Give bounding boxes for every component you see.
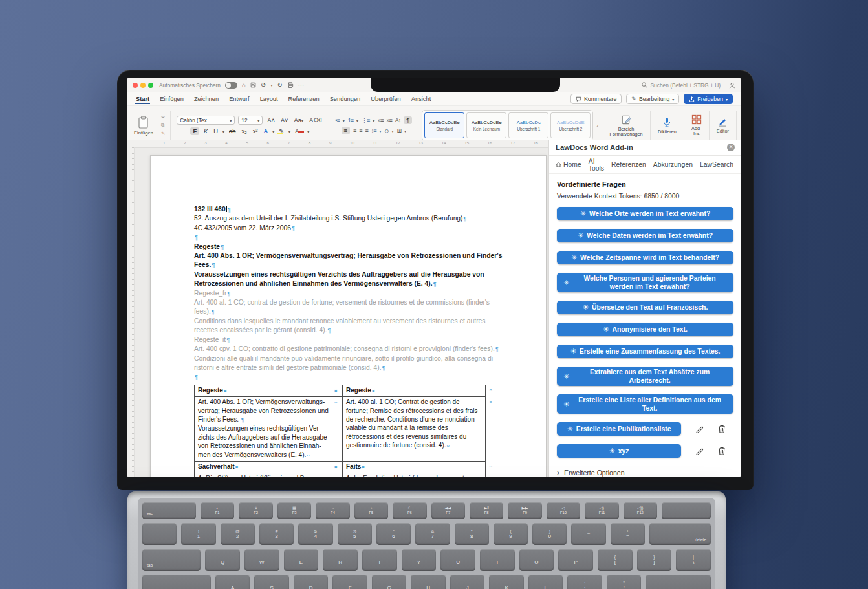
table-cell-left[interactable]: Regeste¤ <box>195 385 332 396</box>
multilevel-list-icon[interactable]: ⋮≡ <box>362 117 369 123</box>
advanced-options-toggle[interactable]: › Erweiterte Optionen <box>557 469 733 477</box>
ribbon-tab[interactable]: Referenzen <box>288 94 320 104</box>
keyboard-key[interactable]: {[ <box>598 549 633 571</box>
sort-icon[interactable]: A↕ <box>395 117 401 123</box>
keyboard-key[interactable]: #3 <box>259 523 294 545</box>
keyboard-key[interactable]: ⌕F4 <box>316 502 349 519</box>
preset-question-button[interactable]: ✳Erstelle eine Liste aller Definitionen … <box>557 394 733 414</box>
paste-button[interactable]: Einfügen <box>131 108 156 143</box>
nav-ai-tools[interactable]: AI Tools <box>589 158 604 172</box>
globe-icon[interactable] <box>741 161 741 169</box>
keyboard-key[interactable]: A <box>215 575 250 589</box>
document-paragraph[interactable]: Voraussetzungen eines rechtsgültigen Ver… <box>194 270 505 289</box>
document-paragraph[interactable]: Art. 400 cpv. 1 CO; contratto di gestion… <box>194 345 505 354</box>
keyboard-key[interactable]: |\ <box>676 549 711 571</box>
subscript-button[interactable]: x₂ <box>240 127 248 135</box>
keyboard-key[interactable]: $4 <box>298 523 332 545</box>
document-page[interactable]: 132 III 460¶ 52. Auszug aus dem Urteil d… <box>150 155 547 477</box>
keyboard-key[interactable]: ◁)F11 <box>585 502 618 519</box>
keyboard-key[interactable]: delete <box>649 523 711 545</box>
text-effects-button[interactable]: A <box>262 127 269 135</box>
styles-more-icon[interactable]: › <box>596 123 598 129</box>
keyboard-key[interactable]: U <box>440 549 475 571</box>
keyboard-key[interactable]: %5 <box>338 523 372 545</box>
keyboard-key[interactable]: H <box>411 575 446 589</box>
keyboard-key[interactable]: )0 <box>532 523 567 545</box>
table-cell-left[interactable]: A. Die Stiftung Usteri (Klägerin und Ber… <box>195 473 332 477</box>
close-window-button[interactable] <box>133 83 138 88</box>
keyboard-key[interactable]: += <box>611 523 645 545</box>
keyboard-key[interactable]: ^6 <box>376 523 411 545</box>
keyboard-key[interactable]: R <box>323 549 358 571</box>
ribbon-tab[interactable]: Layout <box>259 94 279 104</box>
justify-button[interactable]: ≡ <box>365 127 368 134</box>
keyboard-key[interactable] <box>662 502 711 519</box>
keyboard-key[interactable]: K <box>489 575 524 589</box>
keyboard-key[interactable]: I <box>480 549 515 571</box>
nav-home[interactable]: Home <box>556 161 581 168</box>
strikethrough-button[interactable]: ab <box>228 127 237 135</box>
format-painter-icon[interactable]: ✎ <box>161 131 165 136</box>
table-cell-right[interactable]: Art. 400 al. 1 CO; Contrat de gestion de… <box>343 397 485 461</box>
custom-question-button[interactable]: ✳Erstelle eine Publikationsliste <box>557 422 681 436</box>
font-name-select[interactable]: Calibri (Tex...▾ <box>177 116 235 125</box>
horizontal-ruler[interactable]: 123456789101112131415161718 <box>127 140 548 148</box>
editor-button[interactable]: Editor <box>713 108 733 143</box>
close-icon[interactable]: ✕ <box>727 144 735 151</box>
keyboard-key[interactable]: Y <box>402 549 437 571</box>
keyboard-key[interactable]: T <box>362 549 397 571</box>
preset-question-button[interactable]: ✳Welche Zeitspanne wird im Text behandel… <box>557 251 733 264</box>
cut-icon[interactable]: ✂ <box>161 114 165 120</box>
keyboard-key[interactable]: J <box>450 575 485 589</box>
undo-icon[interactable]: ↺ <box>261 82 266 89</box>
change-case-button[interactable]: Aa▾ <box>293 116 305 125</box>
font-color-dropdown-icon[interactable]: ▾ <box>307 129 309 134</box>
ribbon-tab[interactable]: Ansicht <box>411 94 432 104</box>
keyboard-key[interactable]: "' <box>607 575 642 589</box>
keyboard-key[interactable]: ▶‖F8 <box>470 502 503 519</box>
borders-icon[interactable]: ⊞ <box>397 127 402 134</box>
keyboard-key[interactable]: *8 <box>455 523 489 545</box>
document-table[interactable]: Regeste¤ ¤ Regeste¤ Art. 400 Abs. 1 OR; … <box>194 385 486 477</box>
table-row[interactable]: Sachverhalt¤ ¤ Faits¤ <box>195 462 485 473</box>
align-right-button[interactable]: ≡ <box>359 127 362 134</box>
keyboard-key[interactable]: ◀◀F7 <box>431 502 465 519</box>
minimize-window-button[interactable] <box>140 83 146 88</box>
shrink-font-button[interactable]: A˅ <box>279 116 290 124</box>
document-paragraph[interactable]: 52. Auszug aus dem Urteil der I. Zivilab… <box>194 214 505 223</box>
keyboard-key[interactable]: ♪F5 <box>354 502 388 519</box>
dictate-button[interactable]: Diktieren <box>654 108 680 143</box>
underline-dropdown-icon[interactable]: ▾ <box>222 129 224 134</box>
document-paragraph[interactable]: ¶ <box>194 233 505 242</box>
keyboard-key[interactable]: ▶▶F9 <box>508 502 541 519</box>
add-ins-button[interactable]: Add-Ins <box>688 108 706 143</box>
keyboard-key[interactable]: ◁F10 <box>547 502 580 519</box>
autosave-toggle[interactable] <box>225 82 237 89</box>
keyboard-key[interactable]: ☾F6 <box>393 502 426 519</box>
document-paragraph[interactable]: Art. 400 Abs. 1 OR; Vermögensverwaltungs… <box>194 252 505 270</box>
keyboard-key[interactable]: D <box>294 575 329 589</box>
keyboard-key[interactable]: E <box>284 549 319 571</box>
preset-question-button[interactable]: ✳Erstelle eine Zusammenfassung des Texte… <box>557 345 733 358</box>
more-icon[interactable]: ⋯ <box>298 82 305 89</box>
align-center-button[interactable]: ≡ <box>353 127 356 134</box>
superscript-button[interactable]: x² <box>252 127 259 135</box>
styles-pane-button[interactable]: Bereich Formatvorlagen <box>605 108 647 143</box>
nav-lawsearch[interactable]: LawSearch <box>700 161 733 168</box>
grow-font-button[interactable]: A˄ <box>266 116 276 124</box>
delete-icon[interactable] <box>718 425 726 433</box>
table-cell-right[interactable]: Faits¤ <box>343 462 485 473</box>
ribbon-tab[interactable]: Start <box>135 94 150 104</box>
table-cell-right[interactable]: A. La Fondation Usteri (demanderesse et … <box>343 473 485 477</box>
font-size-select[interactable]: 12▾ <box>238 116 263 125</box>
keyboard-key[interactable]: _- <box>571 523 605 545</box>
clear-formatting-button[interactable]: A⌫ <box>308 116 323 124</box>
ribbon-tab[interactable]: Sendungen <box>329 94 362 104</box>
italic-button[interactable]: K <box>202 127 209 135</box>
keyboard-key[interactable]: !1 <box>181 523 215 545</box>
style-card[interactable]: AaBbCcDdEe Kein Leerraum <box>466 112 506 138</box>
comments-button[interactable]: Kommentare <box>570 94 622 104</box>
document-paragraph[interactable]: Conditions dans lesquelles le mandant re… <box>194 317 505 336</box>
ribbon-tab[interactable]: Überprüfen <box>370 94 402 104</box>
align-left-button[interactable]: ≡ <box>342 127 350 134</box>
